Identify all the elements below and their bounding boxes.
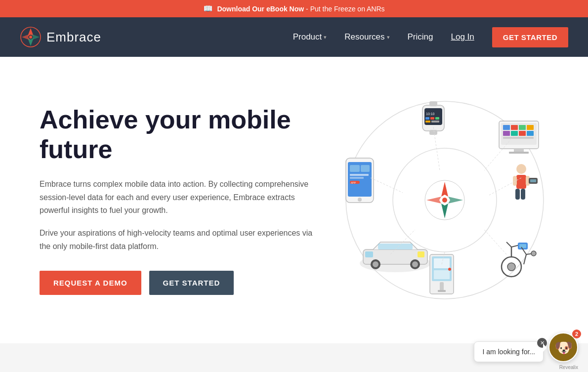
get-started-button[interactable]: GET STARTED <box>492 27 568 47</box>
svg-rect-77 <box>515 189 520 200</box>
request-demo-button[interactable]: REQUEST A DEMO <box>40 271 141 295</box>
logo[interactable]: Embrace <box>20 26 101 48</box>
svg-point-5 <box>29 36 32 39</box>
nav-item-pricing[interactable]: Pricing <box>408 32 433 42</box>
svg-rect-29 <box>527 125 534 130</box>
chevron-down-icon: ▾ <box>324 34 327 41</box>
svg-point-61 <box>448 268 451 271</box>
svg-point-73 <box>516 164 526 174</box>
banner-separator: - <box>306 5 310 13</box>
svg-rect-68 <box>519 244 526 248</box>
svg-rect-74 <box>516 175 526 189</box>
logo-text: Embrace <box>46 30 101 45</box>
chat-brand: Revealix <box>559 365 578 370</box>
svg-rect-59 <box>440 282 444 291</box>
chat-widget[interactable]: ✕ I am looking for... 🐶 2 Revealix <box>474 332 578 362</box>
hero-buttons: REQUEST A DEMO GET STARTED <box>40 271 316 295</box>
svg-marker-3 <box>22 34 30 40</box>
svg-rect-31 <box>511 131 518 136</box>
svg-rect-40 <box>361 165 370 172</box>
svg-point-13 <box>442 198 447 203</box>
svg-line-66 <box>506 242 511 247</box>
banner-text: Download Our eBook Now - Put the Freeze … <box>217 5 384 13</box>
nav-item-product[interactable]: Product ▾ <box>293 32 327 42</box>
hero-svg: 10:10 <box>331 86 558 314</box>
svg-rect-60 <box>438 290 446 292</box>
chat-bubble: ✕ I am looking for... <box>474 341 544 362</box>
chevron-down-icon: ▾ <box>387 34 390 41</box>
svg-rect-52 <box>365 251 373 257</box>
svg-rect-33 <box>527 131 534 136</box>
svg-rect-28 <box>519 125 526 130</box>
svg-rect-16 <box>429 130 437 135</box>
svg-rect-58 <box>434 270 450 279</box>
svg-rect-80 <box>530 179 536 182</box>
hero-get-started-button[interactable]: GET STARTED <box>149 271 234 295</box>
svg-rect-75 <box>513 176 517 186</box>
svg-rect-53 <box>418 251 424 257</box>
nav-item-product-label: Product <box>293 32 322 42</box>
svg-point-63 <box>507 263 515 271</box>
svg-rect-41 <box>350 174 369 176</box>
svg-rect-23 <box>431 121 439 123</box>
svg-rect-20 <box>430 117 434 120</box>
svg-marker-4 <box>32 34 40 40</box>
svg-text:10:10: 10:10 <box>426 112 435 116</box>
svg-rect-78 <box>521 189 525 200</box>
svg-point-72 <box>531 251 536 256</box>
svg-rect-21 <box>435 117 439 120</box>
svg-rect-42 <box>350 177 364 179</box>
book-icon: 📖 <box>203 4 213 13</box>
svg-point-51 <box>412 261 418 267</box>
hero-title: Achieve your mobile future <box>40 105 316 165</box>
hero-illustration: 10:10 <box>331 86 558 314</box>
svg-rect-34 <box>503 137 534 139</box>
hero-desc2: Drive your aspirations of high-velocity … <box>40 227 316 253</box>
avatar-emoji: 🐶 <box>554 339 573 356</box>
nav-item-resources[interactable]: Resources ▾ <box>344 32 389 42</box>
svg-rect-27 <box>511 125 518 130</box>
nav-item-pricing-label: Pricing <box>408 32 433 42</box>
chat-message: I am looking for... <box>482 348 535 356</box>
svg-rect-19 <box>425 117 429 120</box>
svg-rect-22 <box>425 121 430 123</box>
nav-item-login[interactable]: Log In <box>451 32 474 42</box>
chat-close-button[interactable]: ✕ <box>537 338 547 348</box>
nav-item-resources-label: Resources <box>344 32 384 42</box>
svg-line-86 <box>484 230 506 254</box>
svg-rect-15 <box>429 101 437 106</box>
banner-text-bold: Download Our eBook Now <box>217 5 304 13</box>
chat-badge: 2 <box>572 330 581 338</box>
hero-section: Achieve your mobile future Embrace turns… <box>0 57 588 343</box>
svg-rect-36 <box>509 152 529 154</box>
svg-point-49 <box>373 261 378 267</box>
svg-text:APP: APP <box>351 181 356 184</box>
logo-icon <box>20 26 42 48</box>
navbar: Embrace Product ▾ Resources ▾ Pricing Lo… <box>0 17 588 57</box>
svg-point-45 <box>358 198 362 202</box>
hero-content: Achieve your mobile future Embrace turns… <box>40 105 316 295</box>
svg-rect-54 <box>378 244 413 249</box>
svg-rect-30 <box>503 131 510 136</box>
hero-desc1: Embrace turns complex mobile data into a… <box>40 178 316 217</box>
navbar-nav: Product ▾ Resources ▾ Pricing Log In GET… <box>293 27 568 47</box>
svg-rect-32 <box>519 131 526 136</box>
svg-rect-26 <box>503 125 510 130</box>
top-banner[interactable]: 📖 Download Our eBook Now - Put the Freez… <box>0 0 588 17</box>
nav-item-login-label: Log In <box>451 32 474 41</box>
banner-text-rest: Put the Freeze on ANRs <box>310 5 385 13</box>
svg-rect-39 <box>350 165 360 172</box>
